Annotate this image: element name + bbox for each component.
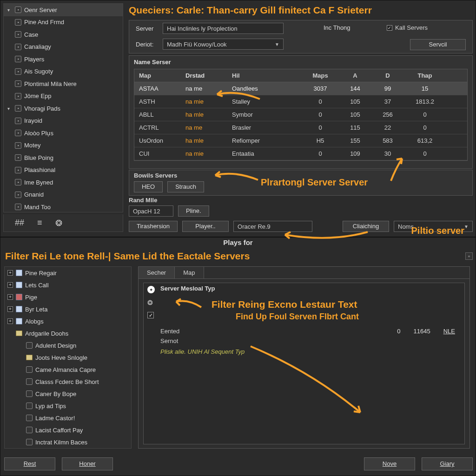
val-11645: 11645 [414,328,430,335]
sidebar-item[interactable]: +Pine Regair [5,267,131,279]
tirashersion-button[interactable]: Tirashersion [129,221,178,232]
sidebar-item[interactable]: Ladme Castor! [5,412,131,424]
sidebar-item[interactable]: +Pige [5,291,131,303]
nove-button[interactable]: Nove [364,457,415,470]
folder-icon [16,331,22,336]
plus-icon[interactable]: + [7,270,13,276]
expander-icon: ▾ [7,7,12,13]
player-button[interactable]: Player.. [182,221,229,232]
sidebar-item[interactable]: ▪ Case [4,28,123,41]
deriot-filter-select[interactable]: Madh Fiü Kowoy/Look ▼ [163,39,284,50]
server-filter-input[interactable]: Hai Inclinles ly Proplection [163,23,284,34]
sidebar-item[interactable]: ▪ Blue Poing [4,152,123,164]
plays-for-label: Plays for [0,238,476,246]
sidebar-item[interactable]: ▪ Mand Too [4,201,123,212]
sidebar-item-label: Plontimal Mila Nere [24,80,77,87]
folder-icon: ▪ [15,93,21,99]
rest-button[interactable]: Rest [4,457,55,470]
sidebar-tree-top: ▾ ▪ Oenr Server ▪ Pine And Frmd ▪ Case ▪… [3,3,123,212]
sidebar-item[interactable]: +Alobgs [5,315,131,327]
sidebar-item[interactable]: +Byr Leta [5,303,131,315]
table-row[interactable]: CUIna mie Entaatia0 109300 [134,147,467,160]
page-title: Queciers: Carle: Than-carry Gill finitec… [129,2,473,18]
val-nle[interactable]: NLE [443,328,455,335]
sidebar-item[interactable]: ▾ ▪ Oenr Server [4,4,123,16]
sidebar-item[interactable]: Came Almancia Capre [5,364,131,376]
tab-map[interactable]: Map [175,267,204,278]
checkbox-icon[interactable]: ✓ [147,312,154,318]
icon-column: ✦ ❂ ✓ [147,286,155,318]
sidebar-item[interactable]: ▪ Irayoid [4,115,123,127]
sidebar-item[interactable]: Joots Heve Snlogle [5,351,131,364]
hint-text: Plisk alie. UNIH Al Sequent Typ [160,348,245,355]
sidebar-item-label: Inctrat Kilmn Baces [35,439,87,446]
sidebar-item-label: Irayoid [24,117,42,124]
table-row[interactable]: ASTAAna me Oandlees3037 1449915 [134,82,467,95]
folder-icon: ▪ [15,154,21,161]
pline-button[interactable]: Pline. [178,205,209,217]
sidebar-item-label: Blue Poing [24,154,53,161]
sidebar-item[interactable]: +Lets Call [5,279,131,291]
server-filter-label: Server [129,25,163,32]
sidebar-item-label: Lyp ad Tips [35,403,66,410]
sidebar-item[interactable]: ▪ Plontimal Mila Nere [4,78,123,90]
table-row[interactable]: ABLLha mle Symbor0 1052560 [134,108,467,121]
giary-button[interactable]: Giary [422,457,473,470]
table-row[interactable]: ASTHna mie Stalley0 105371813.2 [134,95,467,108]
sidebar-item[interactable]: Caner By Bope [5,388,131,400]
sidebar-item[interactable]: ▪ Gnanid [4,189,123,201]
sidebar-item[interactable]: Lyp ad Tips [5,400,131,412]
sidebar-item[interactable]: Adulent Design [5,339,131,351]
sidebar-item[interactable]: ▪ Motey [4,139,123,152]
box-icon [26,403,33,409]
sidebar-item-label: Oenr Server [24,7,57,13]
sidebar-item[interactable]: ▪ Aloòo Plụs [4,127,123,139]
cliaiching-button[interactable]: Cliaiching [343,221,389,232]
sidebar-item-label: Plaashional [24,166,55,173]
gear-icon[interactable]: ❂ [55,218,62,228]
sidebar-item[interactable]: ▪ Ais Sugoty [4,66,123,78]
sidebar-item[interactable]: ▪ Ime Byned [4,176,123,189]
table-row[interactable]: ACTRLna me Brasler0 115220 [134,121,467,134]
sidebar-item[interactable]: ▪ Plaashional [4,164,123,177]
gear-icon[interactable]: ❂ [147,299,155,306]
hash-icon[interactable]: ## [15,218,24,228]
plus-icon[interactable]: + [7,318,13,324]
server-grid[interactable]: MapDrstad HilMaps ADThapASTAAna me Oandl… [134,69,468,161]
table-row[interactable]: UsOrdonha mle RefiomperH5 155583613,2 [134,134,467,147]
folder-icon: ▪ [15,68,21,75]
sidebar-item[interactable]: Ardgarile Doohs [5,327,131,339]
heo-button[interactable]: HEO [134,181,163,192]
expander-icon: ▾ [7,106,12,111]
sidebar-item[interactable]: ▪ Jöme Epp [4,90,123,103]
detail-area: ✦ ❂ ✓ Server Mesloal Typ Filter Reing Ex… [143,283,465,444]
sidebar-item[interactable]: ▪ Pine And Frmd [4,16,123,29]
sidebar-item[interactable]: ▪ Canaliagy [4,41,123,53]
folder-icon: ▪ [15,118,21,124]
plus-icon[interactable]: + [7,306,13,312]
close-button[interactable]: ▫ [465,252,473,260]
rand-input[interactable]: OpacH 12 [129,205,173,217]
plus-icon[interactable]: + [7,294,13,300]
servcil-button[interactable]: Servcil [410,39,466,50]
honer-button[interactable]: Honer [62,457,113,470]
sidebar-item[interactable]: Classs Fcderc Be Short [5,376,131,388]
sidebar-item[interactable]: ▾ ▪ Vhoragi Pads [4,102,123,115]
shield-icon[interactable]: ✦ [147,286,155,293]
sidebar-item[interactable]: Lacist Caffort Pay [5,424,131,436]
sidebar-item-label: Vhoragi Pads [24,105,60,112]
strauch-button[interactable]: Strauch [167,181,204,192]
kall-servers-checkbox[interactable]: ✓ Kall Servers [387,24,428,31]
top-panel: ▾ ▪ Oenr Server ▪ Pine And Frmd ▪ Case ▪… [0,0,476,237]
sidebar-item-label: Adulent Design [35,342,76,349]
sidebar-item-label: Aloòo Plụs [24,130,53,137]
sidebar-item-label: Lacist Caffort Pay [35,427,83,434]
search-input[interactable]: Oracer Re.9 [233,221,312,232]
plus-icon[interactable]: + [7,282,13,288]
tab-secher[interactable]: Secher [139,267,175,278]
annotation-find-text: Find Up Foul Serven Flbrt Cant [236,312,359,322]
sidebar-item[interactable]: ▪ Players [4,53,123,66]
noms-select[interactable]: Noms ▼ [394,221,473,232]
list-icon[interactable]: ≡ [37,218,42,228]
sidebar-item[interactable]: Inctrat Kilmn Baces [5,436,131,448]
